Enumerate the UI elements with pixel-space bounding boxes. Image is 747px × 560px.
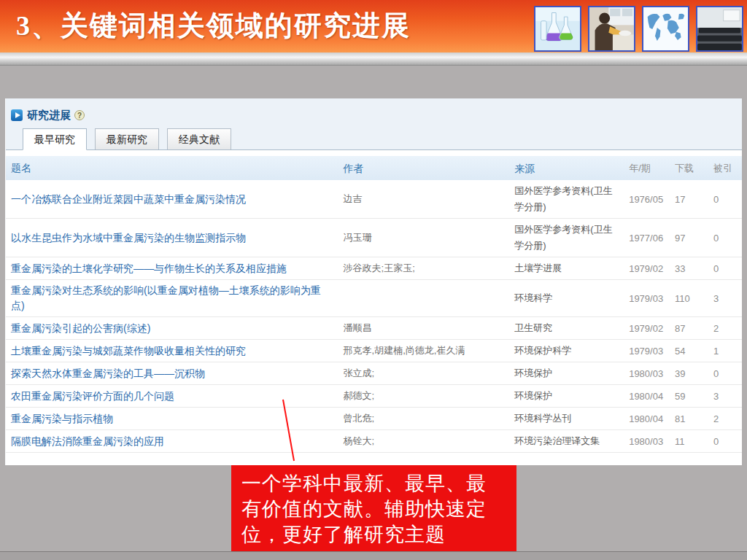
table-row: 重金属污染对生态系统的影响(以重金属对植物—土壤系统的影响为重点) 环境科学 1… [6,280,742,317]
paper-title-link[interactable]: 重金属污染与指示植物 [11,411,344,427]
research-progress-panel: 研究进展 ? 最早研究 最新研究 经典文献 题名 作者 来源 年/期 下载 被引… [5,98,742,465]
tab-earliest-research[interactable]: 最早研究 [23,128,87,150]
paper-year: 1976/05 [629,194,675,205]
table-row: 隔膜电解法消除重金属污染的应用 杨铨大; 环境污染治理译文集 1980/03 1… [6,430,742,453]
paper-authors: 冯玉珊 [344,230,515,245]
paper-title-link[interactable]: 土壤重金属污染与城郊蔬菜作物吸收量相关性的研究 [11,343,344,359]
annotation-box: 一个学科中最新、最早、最 有价值的文献。辅助快速定 位，更好了解研究主题 [231,465,516,555]
paper-source: 卫生研究 [514,320,629,336]
paper-downloads: 97 [675,233,713,244]
paper-year: 1980/04 [629,413,675,424]
paper-source: 环境保护 [514,365,629,381]
slide-title: 3、关键词相关领域的研究进展 [16,7,411,44]
help-icon[interactable]: ? [74,110,85,120]
column-header-author: 作者 [344,161,515,176]
paper-title-link[interactable]: 重金属污染引起的公害病(综述) [11,321,344,336]
person-reading-image [588,6,635,52]
paper-authors: 边吉 [344,192,515,206]
paper-cited: 0 [713,194,742,205]
tab-latest-research[interactable]: 最新研究 [95,128,159,149]
paper-cited: 0 [713,263,742,274]
table-row: 重金属污染与指示植物 曾北危; 环境科学丛刊 1980/04 81 2 [6,408,742,430]
paper-cited: 0 [713,436,742,447]
paper-authors: 张立成; [344,366,515,381]
world-map-image [642,6,689,52]
paper-source: 环境保护科学 [514,343,629,359]
paper-cited: 3 [713,391,742,402]
paper-downloads: 87 [675,323,713,334]
column-header-downloads: 下载 [675,162,713,175]
annotation-line: 位，更好了解研究主题 [241,522,509,548]
header-thumbnails [534,6,743,52]
paper-title-link[interactable]: 重金属污染的土壤化学研究——与作物生长的关系及相应措施 [11,261,344,276]
paper-cited: 0 [713,233,742,244]
paper-source: 环境保护 [514,388,629,404]
paper-cited: 3 [713,293,742,304]
paper-downloads: 59 [675,391,713,402]
paper-title-link[interactable]: 农田重金属污染评价方面的几个问题 [11,389,344,404]
paper-year: 1979/02 [629,323,675,334]
paper-title-link[interactable]: 探索天然水体重金属污染的工具——沉积物 [11,366,344,381]
table-header-row: 题名 作者 来源 年/期 下载 被引 [6,156,742,180]
paper-title-link[interactable]: 一个冶炼联合企业附近菜园中蔬菜中重金属污染情况 [11,192,344,207]
table-row: 重金属污染引起的公害病(综述) 潘顺昌 卫生研究 1979/02 87 2 [6,317,742,340]
paper-downloads: 110 [675,293,713,304]
paper-year: 1980/03 [629,368,675,379]
tab-classic-literature[interactable]: 经典文献 [167,128,231,149]
paper-title-link[interactable]: 以水生昆虫作为水域中重金属污染的生物监测指示物 [11,230,344,246]
paper-source: 环境科学丛刊 [514,411,629,427]
paper-title-link[interactable]: 重金属污染对生态系统的影响(以重金属对植物—土壤系统的影响为重点) [11,283,344,314]
paper-year: 1979/03 [629,293,675,304]
paper-downloads: 17 [675,194,713,205]
lab-flasks-image [534,6,581,52]
column-header-title: 题名 [11,160,344,176]
paper-authors: 涉谷政夫;王家玉; [344,261,515,276]
paper-source: 环境科学 [514,290,629,306]
paper-cited: 0 [713,368,742,379]
tab-bar: 最早研究 最新研究 经典文献 [6,128,742,150]
table-row: 土壤重金属污染与城郊蔬菜作物吸收量相关性的研究 邢克孝,胡建楠,尚德龙,崔久满 … [6,340,742,362]
paper-source: 国外医学参考资料(卫生学分册) [514,183,629,215]
paper-cited: 2 [713,413,742,424]
table-row: 以水生昆虫作为水域中重金属污染的生物监测指示物 冯玉珊 国外医学参考资料(卫生学… [6,219,742,257]
conference-room-image [696,6,743,52]
paper-year: 1980/04 [629,391,675,402]
annotation-line: 一个学科中最新、最早、最 [241,471,509,497]
paper-source: 国外医学参考资料(卫生学分册) [514,222,629,254]
column-header-year: 年/期 [629,162,675,175]
play-icon [11,109,23,121]
paper-year: 1979/03 [629,346,675,357]
paper-downloads: 81 [675,413,713,424]
slide-header: 3、关键词相关领域的研究进展 [0,0,747,52]
paper-source: 土壤学进展 [514,260,629,276]
paper-authors: 邢克孝,胡建楠,尚德龙,崔久满 [344,343,515,358]
table-row: 重金属污染的土壤化学研究——与作物生长的关系及相应措施 涉谷政夫;王家玉; 土壤… [6,257,742,280]
slide-bottom-band [0,551,747,560]
column-header-cited: 被引 [713,162,742,175]
table-row: 农田重金属污染评价方面的几个问题 郝德文; 环境保护 1980/04 59 3 [6,385,742,408]
paper-year: 1980/03 [629,436,675,447]
column-header-source: 来源 [514,160,629,176]
paper-year: 1979/02 [629,263,675,274]
paper-authors: 潘顺昌 [344,321,515,335]
section-title: 研究进展 [27,109,71,122]
paper-source: 环境污染治理译文集 [514,433,629,449]
results-table: 题名 作者 来源 年/期 下载 被引 一个冶炼联合企业附近菜园中蔬菜中重金属污染… [6,150,742,465]
paper-authors: 郝德文; [344,389,515,403]
annotation-line: 有价值的文献。辅助快速定 [241,497,509,522]
paper-cited: 2 [713,323,742,334]
paper-downloads: 39 [675,368,713,379]
header-divider-bar [0,52,747,66]
paper-cited: 1 [713,346,742,357]
table-row: 探索天然水体重金属污染的工具——沉积物 张立成; 环境保护 1980/03 39… [6,362,742,385]
paper-title-link[interactable]: 隔膜电解法消除重金属污染的应用 [11,434,344,449]
paper-downloads: 54 [675,346,713,357]
section-header: 研究进展 ? [11,107,742,123]
table-row: 一个冶炼联合企业附近菜园中蔬菜中重金属污染情况 边吉 国外医学参考资料(卫生学分… [6,180,742,219]
paper-downloads: 11 [675,436,713,447]
paper-year: 1977/06 [629,233,675,244]
paper-authors: 曾北危; [344,411,515,426]
paper-authors: 杨铨大; [344,434,515,448]
paper-downloads: 33 [675,263,713,274]
